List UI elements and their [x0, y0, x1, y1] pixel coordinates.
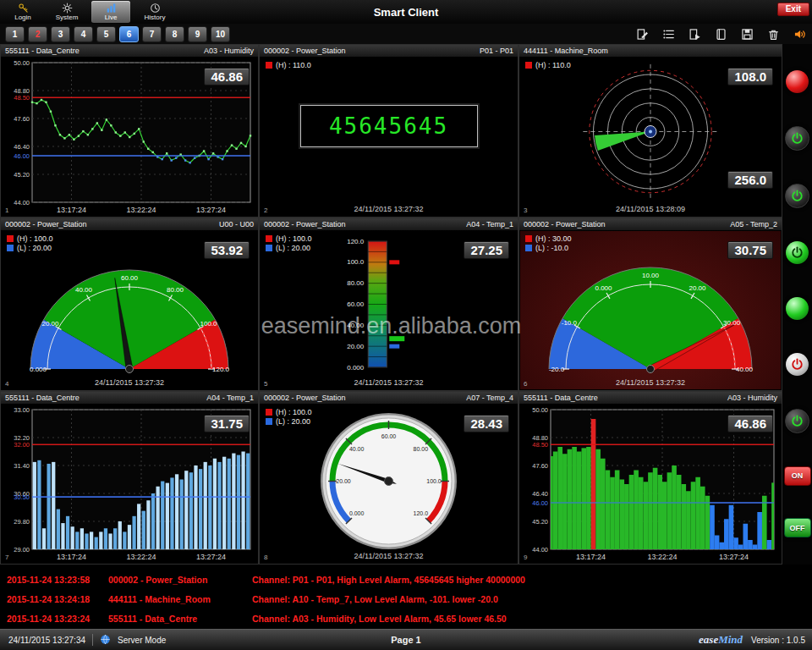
- legend: (H) : 100.0(L) : 20.00: [7, 234, 53, 253]
- run-page-button[interactable]: [686, 26, 703, 41]
- side-power-2[interactable]: [785, 184, 809, 208]
- panel-3: 444111 - Machine_Room (H) : 110.0 108.0 …: [518, 44, 782, 218]
- svg-text:40.00: 40.00: [75, 286, 93, 294]
- main-area: 555111 - Data_Centre A03 - Humidity 13:1…: [0, 44, 812, 565]
- legend-text: (L) : 20.00: [276, 244, 310, 252]
- panel-index: 2: [264, 207, 267, 214]
- server-mode-label: Server Mode: [118, 636, 166, 645]
- panel-5-body: 0.00020.0040.0060.0080.00100.0120.0 (H) …: [261, 231, 517, 389]
- panel-7-header: 555111 - Data_Centre A04 - Temp_1: [1, 392, 258, 404]
- svg-text:40.00: 40.00: [736, 366, 754, 373]
- alarm-row[interactable]: 2015-11-24 13:23:58000002 - Power_Statio…: [0, 570, 812, 589]
- speaker-icon: [793, 28, 806, 41]
- legend-text: (L) : -10.0: [535, 244, 568, 252]
- side-indicator-red[interactable]: [786, 70, 809, 93]
- easemind-logo: easeMind: [699, 633, 743, 647]
- alarm-row[interactable]: 2015-11-24 13:23:24555111 - Data_CentreC…: [0, 609, 812, 628]
- legend: (H) : 30.00(L) : -10.0: [525, 234, 572, 253]
- station-label: 444111 - Machine_Room: [524, 47, 608, 55]
- side-power-3[interactable]: [786, 241, 809, 264]
- version-label: Version : 1.0.5: [751, 636, 805, 645]
- svg-text:32.00: 32.00: [14, 441, 30, 449]
- side-indicator-green[interactable]: [786, 297, 809, 320]
- value-badge-top: 108.0: [727, 68, 773, 85]
- legend-item: (L) : -10.0: [525, 244, 572, 252]
- tab-9[interactable]: 9: [188, 26, 207, 42]
- svg-text:33.00: 33.00: [14, 406, 30, 414]
- side-power-4[interactable]: [786, 353, 809, 376]
- svg-text:20.00: 20.00: [41, 320, 59, 328]
- tab-4[interactable]: 4: [74, 26, 93, 42]
- tab-1[interactable]: 1: [5, 26, 25, 42]
- svg-text:46.40: 46.40: [532, 490, 548, 498]
- bookmark-button[interactable]: [712, 26, 729, 41]
- svg-text:46.00: 46.00: [14, 152, 30, 160]
- side-control-panel: ONOFF: [782, 44, 812, 565]
- svg-text:60.00: 60.00: [347, 300, 365, 308]
- legend-color-swatch: [7, 235, 14, 242]
- tab-2[interactable]: 2: [28, 26, 47, 42]
- side-power-5[interactable]: [785, 409, 809, 433]
- svg-text:13:17:24: 13:17:24: [57, 553, 86, 561]
- side-power-1[interactable]: [785, 126, 809, 151]
- book-icon: [715, 28, 727, 41]
- station-label: 000002 - Power_Station: [264, 220, 346, 229]
- tab-8[interactable]: 8: [165, 26, 184, 42]
- tab-5[interactable]: 5: [96, 26, 116, 42]
- edit-page-button[interactable]: [634, 26, 650, 41]
- tab-6[interactable]: 6: [119, 26, 139, 42]
- server-icon-slot: [100, 634, 111, 647]
- legend-item: (H) : 110.0: [266, 61, 311, 69]
- panel-1-header: 555111 - Data_Centre A03 - Humidity: [1, 45, 258, 57]
- svg-text:40.00: 40.00: [347, 322, 365, 329]
- app-title: Smart Client: [0, 6, 812, 19]
- svg-text:31.40: 31.40: [14, 462, 30, 470]
- tab-3[interactable]: 3: [51, 26, 70, 42]
- svg-text:48.50: 48.50: [14, 94, 30, 102]
- value-badge: 28.43: [464, 415, 509, 432]
- timestamp: 24/11/2015 13:27:32: [520, 378, 781, 387]
- legend-color-swatch: [266, 418, 272, 425]
- timestamp: 24/11/2015 13:27:32: [261, 378, 517, 387]
- svg-text:44.00: 44.00: [14, 199, 30, 207]
- legend-color-swatch: [7, 245, 14, 251]
- svg-text:46.00: 46.00: [532, 499, 548, 507]
- power-icon: [791, 132, 804, 145]
- save-button[interactable]: [738, 26, 755, 41]
- panel-index: 3: [524, 207, 527, 214]
- tab-7[interactable]: 7: [142, 26, 162, 42]
- panel-4-header: 000002 - Power_Station U00 - U00: [1, 218, 258, 230]
- panel-9: 555111 - Data_Centre A03 - Humidity 13:1…: [518, 391, 782, 565]
- delete-button[interactable]: [765, 26, 782, 41]
- svg-text:30.00: 30.00: [723, 319, 741, 327]
- alarm-sound-button[interactable]: [791, 26, 808, 41]
- svg-text:20.00: 20.00: [347, 343, 365, 350]
- exit-button[interactable]: Exit: [777, 3, 809, 16]
- panel-index: 5: [264, 380, 267, 388]
- svg-text:0.000: 0.000: [595, 284, 612, 292]
- value-badge: 31.75: [204, 415, 250, 432]
- svg-text:80.00: 80.00: [347, 279, 365, 287]
- svg-text:13:17:24: 13:17:24: [576, 553, 606, 561]
- panel-6-body: -20.0-10.00.00010.0020.0030.0040.00 (H) …: [520, 231, 781, 389]
- alarm-row[interactable]: 2015-11-24 13:24:18444111 - Machine_Room…: [0, 589, 812, 609]
- alarm-message: Channel: A10 - Temp_7, Low Level Alarm, …: [252, 594, 498, 604]
- svg-text:80.00: 80.00: [414, 446, 429, 452]
- svg-text:100.0: 100.0: [426, 478, 442, 484]
- timestamp: 24/11/2015 13:27:32: [2, 378, 257, 387]
- status-right: easeMind Version : 1.0.5: [699, 633, 805, 647]
- panel-8-header: 000002 - Power_Station A07 - Temp_4: [260, 392, 518, 404]
- side-off-button[interactable]: OFF: [784, 518, 811, 537]
- svg-text:0.000: 0.000: [349, 510, 365, 516]
- alarm-list-button[interactable]: [660, 26, 677, 41]
- station-label: 555111 - Data_Centre: [5, 47, 80, 55]
- legend-item: (L) : 20.00: [7, 244, 53, 252]
- tab-10[interactable]: 10: [211, 26, 230, 42]
- svg-text:120.0: 120.0: [347, 238, 365, 245]
- side-on-button[interactable]: ON: [784, 466, 811, 486]
- top-bar: LoginSystemLiveHistory Smart Client Exit: [0, 0, 812, 24]
- value-badge: 30.75: [727, 241, 773, 259]
- svg-text:13:17:24: 13:17:24: [57, 206, 86, 214]
- channel-label: P01 - P01: [480, 47, 513, 55]
- alarm-time: 2015-11-24 13:23:24: [7, 614, 108, 624]
